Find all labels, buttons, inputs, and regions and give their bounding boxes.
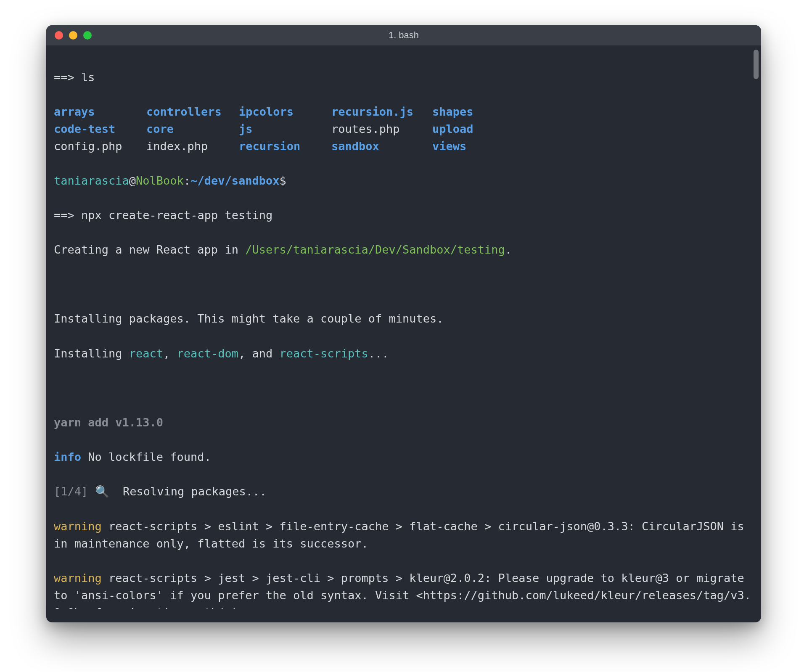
output-text: , and (238, 347, 280, 360)
ls-item: arrays (54, 103, 146, 120)
zoom-icon[interactable] (83, 31, 92, 40)
step-tag: [1/4] (54, 485, 88, 498)
terminal-window: 1. bash ==> ls arrayscontrollersipcolors… (46, 25, 761, 622)
ls-item: index.php (146, 138, 239, 155)
command-text: ls (81, 71, 95, 84)
warning-tag: warning (54, 571, 102, 585)
terminal-output[interactable]: ==> ls arrayscontrollersipcolorsrecursio… (46, 45, 761, 609)
shell-prompt: taniarascia@NolBook:~/dev/sandbox$ (54, 172, 754, 189)
yarn-header: yarn add v1.13.0 (54, 416, 163, 429)
output-text: react-scripts > eslint > file-entry-cach… (54, 520, 751, 550)
output-text: Installing packages. This might take a c… (54, 312, 444, 325)
ls-item: controllers (146, 103, 239, 120)
ls-item: ipcolors (239, 103, 331, 120)
output-path: /Users/taniarascia/Dev/Sandbox/testing (245, 243, 505, 256)
output-text: Creating a new React app in (54, 243, 245, 256)
output-text: No lockfile found. (81, 450, 211, 463)
ls-item: code-test (54, 120, 146, 138)
prompt-arrow: ==> (54, 71, 74, 84)
ls-item: js (239, 120, 331, 138)
ls-item: config.php (54, 138, 146, 155)
ls-item: sandbox (331, 138, 432, 155)
window-title: 1. bash (46, 30, 761, 41)
ls-item: recursion.js (331, 103, 432, 120)
output-text: , (163, 347, 177, 360)
ls-item: core (146, 120, 239, 138)
prompt-user: taniarascia (54, 174, 129, 187)
output-text: ... (368, 347, 389, 360)
output-text: . (505, 243, 512, 256)
command-text: npx create-react-app testing (81, 209, 272, 222)
prompt-dollar: $ (279, 174, 286, 187)
info-tag: info (54, 450, 81, 463)
output-text: react-scripts > jest > jest-cli > prompt… (54, 571, 751, 609)
ls-item: routes.php (331, 120, 432, 138)
close-icon[interactable] (55, 31, 63, 40)
prompt-path: ~/dev/sandbox (190, 174, 279, 187)
prompt-host: NolBook (136, 174, 184, 187)
pkg-name: react (129, 347, 163, 360)
ls-item: shapes (432, 103, 516, 120)
minimize-icon[interactable] (69, 31, 77, 40)
traffic-lights (55, 31, 92, 40)
prompt-at: @ (129, 174, 136, 187)
pkg-name: react-dom (177, 347, 238, 360)
magnifier-icon: 🔍 (95, 485, 109, 498)
pkg-name: react-scripts (279, 347, 368, 360)
ls-output: arrayscontrollersipcolorsrecursion.jssha… (54, 103, 754, 155)
ls-item: recursion (239, 138, 331, 155)
prompt-colon: : (184, 174, 190, 187)
warning-tag: warning (54, 520, 102, 533)
output-text: Installing (54, 347, 129, 360)
output-text: Resolving packages... (109, 485, 267, 498)
ls-item: views (432, 138, 516, 155)
prompt-arrow: ==> (54, 209, 74, 222)
titlebar[interactable]: 1. bash (46, 25, 761, 45)
ls-item: upload (432, 120, 516, 138)
